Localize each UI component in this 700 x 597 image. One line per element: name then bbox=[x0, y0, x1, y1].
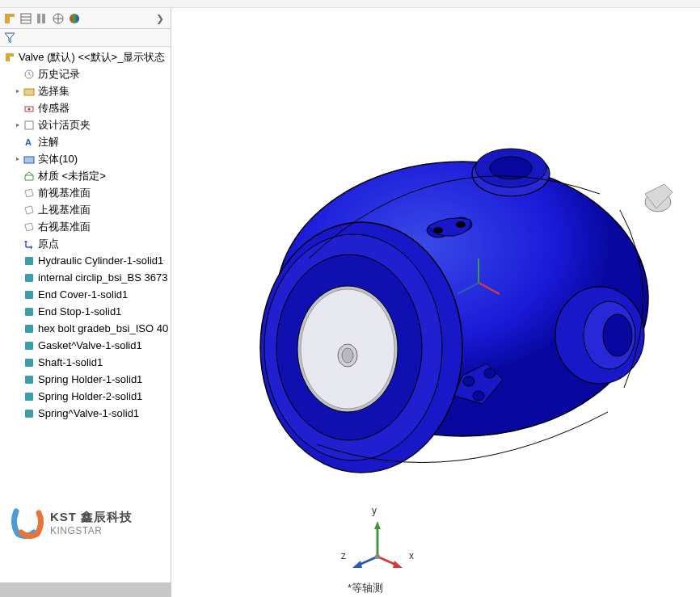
tree-label: hex bolt gradeb_bsi_ISO 40 bbox=[38, 322, 168, 334]
svg-point-12 bbox=[28, 107, 31, 110]
svg-rect-15 bbox=[24, 157, 34, 163]
expand-placeholder bbox=[13, 341, 22, 350]
tree-sensors[interactable]: 传感器 bbox=[0, 99, 171, 116]
tree-label: Valve (默认) <<默认>_显示状态 bbox=[19, 50, 165, 65]
tree-body-item[interactable]: End Stop-1-solid1 bbox=[0, 303, 171, 320]
tree-top-plane[interactable]: 上视基准面 bbox=[0, 201, 171, 218]
feature-tree-tab-icon[interactable] bbox=[3, 12, 16, 25]
tree-body-item[interactable]: hex bolt gradeb_bsi_ISO 40 bbox=[0, 320, 171, 337]
tree-body-item[interactable]: Hydraulic Cylinder-1-solid1 bbox=[0, 252, 171, 269]
plane-icon bbox=[23, 187, 36, 200]
svg-point-36 bbox=[342, 348, 353, 363]
svg-rect-3 bbox=[37, 14, 40, 23]
tree-label: Spring Holder-2-solid1 bbox=[38, 390, 142, 402]
imported-body-icon bbox=[23, 407, 36, 420]
expand-icon[interactable]: ▸ bbox=[13, 86, 22, 95]
tree-material[interactable]: 材质 <未指定> bbox=[0, 167, 171, 184]
svg-point-47 bbox=[456, 221, 466, 228]
tree-label: 实体(10) bbox=[38, 152, 78, 166]
svg-point-49 bbox=[484, 368, 495, 378]
tree-front-plane[interactable]: 前视基准面 bbox=[0, 184, 171, 201]
svg-rect-19 bbox=[25, 257, 33, 265]
imported-body-icon bbox=[23, 356, 36, 369]
svg-rect-0 bbox=[21, 14, 31, 23]
tree-body-item[interactable]: Spring Holder-2-solid1 bbox=[0, 388, 171, 405]
expand-placeholder bbox=[13, 375, 22, 384]
expand-placeholder bbox=[13, 171, 22, 180]
imported-body-icon bbox=[23, 254, 36, 267]
folder-icon bbox=[23, 85, 36, 98]
material-icon bbox=[23, 170, 36, 183]
filter-icon[interactable] bbox=[3, 32, 16, 44]
tree-label: internal circlip_bsi_BS 3673 bbox=[38, 271, 167, 284]
tree-body-item[interactable]: Spring Holder-1-solid1 bbox=[0, 371, 171, 388]
tree-root-node[interactable]: Valve (默认) <<默认>_显示状态 bbox=[0, 48, 171, 65]
expand-placeholder bbox=[13, 222, 22, 231]
dim-tab-icon[interactable] bbox=[52, 12, 65, 25]
tree-body-item[interactable]: End Cover-1-solid1 bbox=[0, 286, 171, 303]
expand-arrow-icon[interactable]: ❯ bbox=[153, 13, 167, 24]
tree-label: 注解 bbox=[38, 135, 59, 149]
config-tab-icon[interactable] bbox=[36, 12, 48, 25]
svg-rect-24 bbox=[25, 342, 33, 350]
tree-label: Shaft-1-solid1 bbox=[38, 356, 103, 368]
tree-history[interactable]: 历史记录 bbox=[0, 65, 171, 82]
tree-label: 设计活页夹 bbox=[38, 118, 91, 132]
appearance-tab-icon[interactable] bbox=[68, 12, 81, 25]
sidebar-resize-strip[interactable] bbox=[0, 582, 171, 597]
expand-placeholder bbox=[13, 273, 22, 282]
3d-viewport[interactable]: y x z *等轴测 bbox=[171, 8, 700, 597]
tree-origin[interactable]: 原点 bbox=[0, 235, 171, 252]
tree-annotations[interactable]: A 注解 bbox=[0, 133, 171, 150]
tree-selection-sets[interactable]: ▸ 选择集 bbox=[0, 82, 171, 99]
expand-placeholder bbox=[13, 239, 22, 248]
imported-body-icon bbox=[23, 339, 36, 352]
tree-label: 右视基准面 bbox=[38, 220, 91, 234]
svg-rect-13 bbox=[25, 121, 33, 129]
svg-rect-23 bbox=[25, 325, 33, 333]
expand-placeholder bbox=[13, 409, 22, 418]
tree-body-item[interactable]: Spring^Valve-1-solid1 bbox=[0, 405, 171, 422]
svg-rect-4 bbox=[42, 14, 45, 23]
svg-marker-57 bbox=[393, 561, 403, 568]
axis-x-label: x bbox=[409, 550, 414, 561]
svg-point-50 bbox=[473, 391, 484, 401]
expand-placeholder bbox=[13, 324, 22, 333]
svg-point-46 bbox=[433, 227, 443, 233]
view-triad-icon[interactable] bbox=[349, 516, 406, 573]
plane-icon bbox=[23, 221, 36, 233]
svg-point-8 bbox=[70, 14, 79, 23]
tree-design-binder[interactable]: ▸ 设计活页夹 bbox=[0, 116, 171, 133]
property-tab-icon[interactable] bbox=[19, 12, 32, 25]
3d-model-render[interactable] bbox=[212, 89, 673, 493]
tree-body-item[interactable]: Gasket^Valve-1-solid1 bbox=[0, 337, 171, 354]
tree-label: 选择集 bbox=[38, 84, 70, 99]
tree-label: End Stop-1-solid1 bbox=[38, 305, 121, 317]
expand-placeholder bbox=[13, 103, 22, 112]
binder-icon bbox=[23, 119, 36, 132]
tree-right-plane[interactable]: 右视基准面 bbox=[0, 218, 171, 235]
svg-point-60 bbox=[375, 554, 380, 559]
logo-line1: KST 鑫辰科技 bbox=[50, 510, 133, 525]
svg-marker-55 bbox=[374, 521, 381, 529]
imported-body-icon bbox=[23, 373, 36, 386]
expand-icon[interactable]: ▸ bbox=[13, 154, 22, 163]
expand-icon[interactable]: ▸ bbox=[13, 120, 22, 129]
expand-placeholder bbox=[13, 358, 22, 367]
tree-label: 传感器 bbox=[38, 101, 70, 116]
tree-body-item[interactable]: internal circlip_bsi_BS 3673 bbox=[0, 269, 171, 286]
svg-rect-26 bbox=[25, 376, 33, 384]
tree-body-item[interactable]: Shaft-1-solid1 bbox=[0, 354, 171, 371]
tree-label: 材质 <未指定> bbox=[38, 169, 106, 183]
filter-bar bbox=[0, 29, 171, 47]
logo-icon bbox=[10, 505, 45, 540]
imported-body-icon bbox=[23, 390, 36, 403]
imported-body-icon bbox=[23, 288, 36, 301]
panel-tab-bar: ❯ bbox=[0, 8, 171, 29]
tree-solid-bodies[interactable]: ▸ 实体(10) bbox=[0, 150, 171, 167]
tree-label: End Cover-1-solid1 bbox=[38, 288, 128, 301]
svg-rect-10 bbox=[24, 89, 34, 95]
svg-point-48 bbox=[463, 376, 474, 386]
axis-y-label: y bbox=[372, 505, 377, 516]
tree-label: 原点 bbox=[38, 237, 59, 251]
